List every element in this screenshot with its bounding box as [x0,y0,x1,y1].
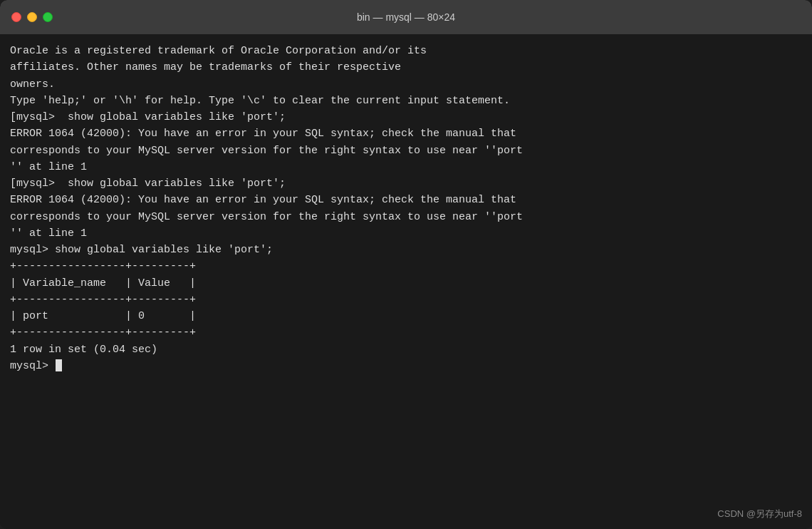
terminal-line: [mysql> show global variables like 'port… [10,109,802,125]
terminal-line: affiliates. Other names may be trademark… [10,59,802,76]
terminal-body[interactable]: Oracle is a registered trademark of Orac… [0,34,812,529]
terminal-line: +-----------------+---------+ [10,258,802,274]
maximize-button[interactable] [43,12,53,22]
terminal-line: mysql> show global variables like 'port'… [10,242,802,258]
terminal-content: Oracle is a registered trademark of Orac… [10,43,802,374]
terminal-line: Type 'help;' or '\h' for help. Type '\c'… [10,93,802,109]
window-buttons [11,12,53,22]
close-button[interactable] [11,12,21,22]
cursor [56,359,62,371]
terminal-line: +-----------------+---------+ [10,324,802,341]
terminal-window: bin — mysql — 80×24 Oracle is a register… [0,0,812,529]
terminal-line: mysql> [10,358,802,374]
watermark: CSDN @另存为utf-8 [717,507,802,521]
terminal-line: | Variable_name | Value | [10,275,802,292]
terminal-line: corresponds to your MySQL server version… [10,209,802,225]
terminal-line: +-----------------+---------+ [10,292,802,308]
terminal-line: | port | 0 | [10,308,802,324]
terminal-line: ERROR 1064 (42000): You have an error in… [10,125,802,142]
title-bar: bin — mysql — 80×24 [0,0,812,34]
window-title: bin — mysql — 80×24 [357,11,455,23]
terminal-line: owners. [10,76,802,93]
terminal-line: '' at line 1 [10,225,802,242]
terminal-line: [mysql> show global variables like 'port… [10,175,802,192]
minimize-button[interactable] [27,12,37,22]
terminal-line: corresponds to your MySQL server version… [10,143,802,159]
terminal-line: 1 row in set (0.04 sec) [10,341,802,358]
terminal-line: ERROR 1064 (42000): You have an error in… [10,192,802,208]
terminal-line: Oracle is a registered trademark of Orac… [10,43,802,59]
terminal-line: '' at line 1 [10,159,802,175]
